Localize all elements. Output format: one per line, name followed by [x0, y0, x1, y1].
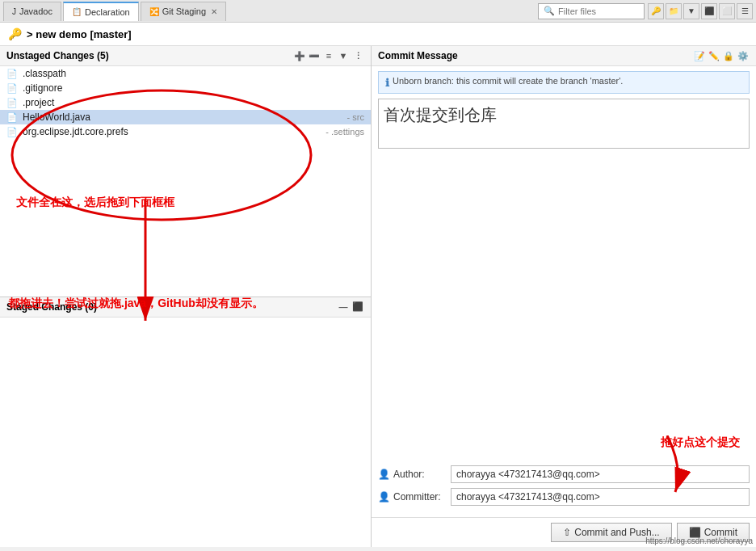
unstaged-section: Unstaged Changes (5) ➕ ➖ ≡ ▼ ⋮ 📄 .classp… [0, 46, 371, 297]
file-helloworld-name: HelloWorld.java [23, 111, 344, 123]
staged-split-icon[interactable]: ⬛ [351, 301, 364, 313]
unstaged-add-icon[interactable]: ➕ [293, 49, 306, 62]
unstaged-file-list: 📄 .classpath 📄 .gitignore 📄 .project 📄 H… [0, 66, 371, 297]
author-input[interactable] [451, 465, 750, 483]
staged-header: Staged Changes (0) — ⬛ [0, 297, 371, 318]
file-project-name: .project [23, 97, 364, 108]
branch-title: > new demo [master] [27, 28, 132, 40]
file-project[interactable]: 📄 .project [0, 95, 371, 110]
unstaged-title: Unstaged Changes (5) [6, 50, 109, 61]
file-gitignore-icon: 📄 [6, 83, 18, 94]
repo-icon: 🔑 [8, 27, 22, 40]
main-content: Unstaged Changes (5) ➕ ➖ ≡ ▼ ⋮ 📄 .classp… [0, 46, 756, 547]
committer-icon: 👤 [378, 491, 390, 503]
left-panel: Unstaged Changes (5) ➕ ➖ ≡ ▼ ⋮ 📄 .classp… [0, 46, 372, 547]
author-label-text: Author: [393, 469, 425, 480]
staged-title: Staged Changes (0) [6, 301, 97, 313]
file-gitignore-name: .gitignore [23, 82, 364, 94]
commit-fields: 👤 Author: 👤 Committer: [372, 459, 756, 517]
file-helloworld[interactable]: 📄 HelloWorld.java - src [0, 110, 371, 124]
right-panel: Commit Message 📝 ✏️ 🔒 ⚙️ ℹ Unborn branch… [372, 46, 756, 547]
commit-msg-title: Commit Message [378, 50, 458, 61]
commit-info-box: ℹ Unborn branch: this commit will create… [378, 71, 750, 94]
tab-git-staging[interactable]: 🔀 Git Staging ✕ [141, 2, 226, 21]
file-project-icon: 📄 [6, 98, 18, 108]
toolbar-btn-1[interactable]: 🔑 [648, 3, 664, 19]
commit-gear-icon[interactable]: ⚙️ [737, 49, 750, 62]
staged-section: Staged Changes (0) — ⬛ [0, 297, 371, 548]
file-gitignore[interactable]: 📄 .gitignore [0, 81, 371, 95]
file-helloworld-path: - src [347, 112, 364, 122]
file-classpath-name: .classpath [23, 68, 364, 79]
commit-info-text: Unborn branch: this commit will create t… [393, 76, 623, 86]
author-label: 👤 Author: [378, 469, 451, 480]
staged-tools: — ⬛ [337, 301, 364, 313]
toolbar-icons: 🔑 📁 ▼ ⬛ ⬜ ☰ [648, 3, 753, 19]
commit-push-icon: ⇧ [563, 527, 571, 538]
tab-javadoc[interactable]: J Javadoc [3, 2, 61, 21]
committer-input[interactable] [451, 488, 750, 506]
tab-bar: J Javadoc 📋 Declaration 🔀 Git Staging ✕ … [0, 0, 756, 23]
file-helloworld-icon: 📄 [6, 112, 18, 123]
staged-file-list [0, 318, 371, 548]
commit-msg-tools: 📝 ✏️ 🔒 ⚙️ [693, 49, 750, 62]
tab-git-staging-label: Git Staging [162, 6, 206, 16]
toolbar-btn-4[interactable]: ⬛ [701, 3, 717, 19]
toolbar-btn-5[interactable]: ⬜ [719, 3, 735, 19]
tab-close-icon[interactable]: ✕ [211, 7, 217, 16]
file-classpath-icon: 📄 [6, 69, 18, 79]
toolbar-btn-2[interactable]: 📁 [666, 3, 682, 19]
file-classpath[interactable]: 📄 .classpath [0, 66, 371, 81]
committer-label-text: Committer: [393, 491, 441, 503]
author-row: 👤 Author: [378, 465, 750, 483]
file-prefs-icon: 📄 [6, 127, 18, 137]
file-prefs[interactable]: 📄 org.eclipse.jdt.core.prefs - .settings [0, 124, 371, 139]
javadoc-icon: J [12, 7, 16, 16]
git-icon: 🔀 [149, 7, 159, 16]
branch-header: 🔑 > new demo [master] [0, 23, 756, 46]
tab-javadoc-label: Javadoc [19, 6, 52, 16]
filter-input[interactable] [558, 6, 639, 16]
committer-row: 👤 Committer: [378, 488, 750, 506]
right-spacer [372, 149, 756, 459]
declaration-icon: 📋 [72, 7, 82, 16]
committer-label: 👤 Committer: [378, 491, 451, 503]
unstaged-dropdown-icon[interactable]: ▼ [337, 49, 350, 62]
commit-msg-header: Commit Message 📝 ✏️ 🔒 ⚙️ [372, 46, 756, 66]
search-icon: 🔍 [544, 6, 555, 16]
commit-lock-icon[interactable]: 🔒 [722, 49, 735, 62]
tab-declaration[interactable]: 📋 Declaration [63, 2, 139, 21]
toolbar-btn-3[interactable]: ▼ [683, 3, 699, 19]
file-prefs-path: - .settings [326, 127, 364, 137]
commit-spell-icon[interactable]: 📝 [693, 49, 706, 62]
tab-declaration-label: Declaration [85, 7, 130, 17]
file-prefs-name: org.eclipse.jdt.core.prefs [23, 126, 322, 137]
unstaged-more-icon[interactable]: ⋮ [351, 49, 364, 62]
filter-box: 🔍 [538, 3, 645, 19]
unstaged-tools: ➕ ➖ ≡ ▼ ⋮ [293, 49, 364, 62]
staged-minimize-icon[interactable]: — [337, 301, 350, 313]
commit-pencil-icon[interactable]: ✏️ [708, 49, 720, 62]
watermark: https://blog.csdn.net/chorayya [645, 536, 753, 545]
toolbar-btn-6[interactable]: ☰ [737, 3, 753, 19]
commit-textarea[interactable]: 首次提交到仓库 [378, 99, 750, 149]
unstaged-header: Unstaged Changes (5) ➕ ➖ ≡ ▼ ⋮ [0, 46, 371, 66]
unstaged-remove-icon[interactable]: ➖ [308, 49, 321, 62]
author-icon: 👤 [378, 469, 390, 480]
info-icon: ℹ [385, 77, 389, 89]
unstaged-list-icon[interactable]: ≡ [322, 49, 335, 62]
